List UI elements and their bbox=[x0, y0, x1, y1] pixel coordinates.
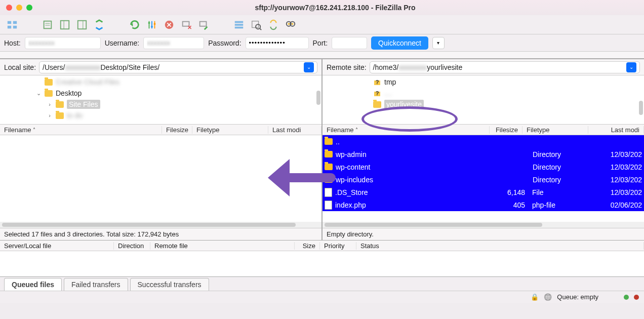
file-row[interactable]: .. bbox=[323, 135, 644, 148]
quickconnect-button[interactable]: Quickconnect bbox=[371, 36, 428, 50]
password-label: Password: bbox=[208, 39, 241, 47]
local-site-label: Local site: bbox=[4, 63, 36, 71]
toggle-log-icon[interactable] bbox=[41, 18, 55, 32]
toggle-queue-icon[interactable] bbox=[92, 18, 106, 32]
find-icon[interactable] bbox=[284, 18, 298, 32]
tab-successful-transfers[interactable]: Successful transfers bbox=[130, 278, 209, 291]
remote-tree[interactable]: ?tmp?....yourlivesite bbox=[323, 75, 644, 124]
tree-item[interactable]: Creative Cloud Files bbox=[0, 76, 321, 88]
tab-queued-files[interactable]: Queued files bbox=[4, 278, 62, 291]
folder-icon bbox=[45, 79, 53, 86]
host-label: Host: bbox=[4, 39, 21, 47]
footer-status-bar: 🔒 🌐 Queue: empty bbox=[0, 291, 644, 303]
local-file-list[interactable] bbox=[0, 135, 321, 222]
titlebar: sftp://yourwow7@162.241.218.100 - FileZi… bbox=[0, 0, 644, 15]
svg-rect-23 bbox=[200, 21, 207, 26]
scrollbar-thumb[interactable] bbox=[639, 101, 643, 115]
file-icon bbox=[325, 188, 332, 197]
search-remote-icon[interactable] bbox=[249, 18, 263, 32]
minimize-window-button[interactable] bbox=[16, 5, 22, 11]
svg-rect-24 bbox=[235, 21, 244, 23]
svg-point-16 bbox=[151, 25, 153, 27]
local-path-dropdown[interactable]: ⌄ bbox=[304, 62, 314, 72]
close-window-button[interactable] bbox=[6, 5, 12, 11]
local-tree[interactable]: Creative Cloud Files⌄Desktop›Site Files›… bbox=[0, 75, 321, 124]
filter-settings-icon[interactable] bbox=[145, 18, 159, 32]
cancel-icon[interactable] bbox=[162, 18, 176, 32]
remote-path-field[interactable]: /home3/xxxxxxxxyourlivesite ⌄ bbox=[370, 61, 640, 73]
window-title: sftp://yourwow7@162.241.218.100 - FileZi… bbox=[32, 4, 638, 12]
tree-item[interactable]: yourlivesite bbox=[373, 99, 644, 110]
svg-point-28 bbox=[256, 24, 260, 29]
site-manager-icon[interactable] bbox=[5, 18, 19, 32]
remote-file-list[interactable]: .. wp-admin Directory 12/03/202 wp-conte… bbox=[323, 135, 644, 222]
remote-pane: Remote site: /home3/xxxxxxxxyourlivesite… bbox=[323, 59, 644, 240]
local-path-field[interactable]: /Users/xxxxxxxxxxDesktop/Site Files/ ⌄ bbox=[39, 61, 317, 73]
queue-body[interactable] bbox=[0, 251, 644, 276]
local-pane: Local site: /Users/xxxxxxxxxxDesktop/Sit… bbox=[0, 59, 323, 240]
file-row[interactable]: index.php 405 php-file 02/06/202 bbox=[323, 198, 644, 211]
sync-icon[interactable] bbox=[266, 18, 280, 32]
local-status: Selected 17 files and 3 directories. Tot… bbox=[0, 228, 321, 240]
file-row[interactable]: wp-includes Directory 12/03/202 bbox=[323, 173, 644, 186]
status-dot-red bbox=[634, 295, 639, 300]
disconnect-icon[interactable]: ✕ bbox=[179, 18, 193, 32]
sort-asc-icon: ˄ bbox=[33, 127, 35, 133]
folder-icon bbox=[325, 176, 333, 183]
file-row[interactable]: wp-admin Directory 12/03/202 bbox=[323, 148, 644, 161]
reconnect-icon[interactable] bbox=[196, 18, 211, 32]
folder-icon bbox=[56, 101, 64, 108]
remote-list-header[interactable]: Filename ˄ Filesize Filetype Last modi bbox=[323, 124, 644, 135]
folder-icon bbox=[325, 138, 333, 145]
queue-tabs: Queued files Failed transfers Successful… bbox=[0, 276, 644, 291]
port-input[interactable] bbox=[332, 37, 367, 49]
queue-status: Queue: empty bbox=[557, 293, 598, 301]
svg-rect-2 bbox=[13, 21, 17, 24]
svg-rect-25 bbox=[235, 24, 244, 26]
svg-text:✕: ✕ bbox=[187, 24, 192, 30]
svg-line-29 bbox=[260, 28, 261, 30]
tab-failed-transfers[interactable]: Failed transfers bbox=[64, 278, 128, 291]
svg-point-17 bbox=[154, 23, 156, 25]
svg-rect-4 bbox=[44, 21, 52, 28]
tree-item[interactable]: ⌄Desktop bbox=[0, 88, 321, 99]
status-dot-green bbox=[624, 295, 629, 300]
quickconnect-dropdown[interactable]: ▾ bbox=[432, 37, 445, 49]
toolbar: ✕ bbox=[0, 15, 644, 34]
tree-item[interactable]: ›Site Files bbox=[0, 99, 321, 110]
file-icon bbox=[325, 201, 332, 210]
folder-icon bbox=[45, 90, 53, 97]
password-input[interactable] bbox=[246, 37, 309, 49]
tree-item[interactable]: ?tmp bbox=[373, 76, 644, 88]
maximize-window-button[interactable] bbox=[26, 5, 32, 11]
file-row[interactable]: wp-content Directory 12/03/202 bbox=[323, 161, 644, 173]
toggle-local-tree-icon[interactable] bbox=[58, 18, 72, 32]
remote-path-dropdown[interactable]: ⌄ bbox=[626, 62, 636, 72]
svg-rect-1 bbox=[8, 25, 11, 28]
local-list-header[interactable]: Filename ˄ Filesize Filetype Last modi bbox=[0, 124, 321, 135]
svg-rect-26 bbox=[235, 26, 244, 28]
folder-icon bbox=[56, 112, 64, 119]
svg-rect-9 bbox=[78, 20, 87, 29]
folder-icon bbox=[373, 101, 381, 108]
server-list-icon[interactable] bbox=[232, 18, 246, 32]
svg-point-15 bbox=[148, 22, 150, 24]
tree-item[interactable]: ›to do bbox=[0, 110, 321, 121]
svg-rect-3 bbox=[13, 25, 17, 28]
quickconnect-bar: Host: Username: Password: Port: Quickcon… bbox=[0, 34, 644, 52]
host-input[interactable] bbox=[25, 37, 101, 49]
queue-header[interactable]: Server/Local file Direction Remote file … bbox=[0, 240, 644, 251]
file-row[interactable]: .DS_Store 6,148 File 12/03/202 bbox=[323, 186, 644, 198]
tree-item[interactable]: ?.... bbox=[373, 88, 644, 99]
lock-icon: 🔒 bbox=[531, 293, 539, 301]
username-input[interactable] bbox=[143, 37, 204, 49]
folder-icon bbox=[325, 164, 333, 170]
refresh-icon[interactable] bbox=[128, 18, 142, 32]
toggle-remote-tree-icon[interactable] bbox=[75, 18, 89, 32]
globe-icon: 🌐 bbox=[544, 293, 552, 301]
svg-point-33 bbox=[292, 23, 294, 25]
remote-status: Empty directory. bbox=[323, 228, 644, 240]
username-label: Username: bbox=[105, 39, 139, 47]
scrollbar-thumb[interactable] bbox=[316, 91, 320, 105]
svg-text:?: ? bbox=[376, 79, 379, 85]
